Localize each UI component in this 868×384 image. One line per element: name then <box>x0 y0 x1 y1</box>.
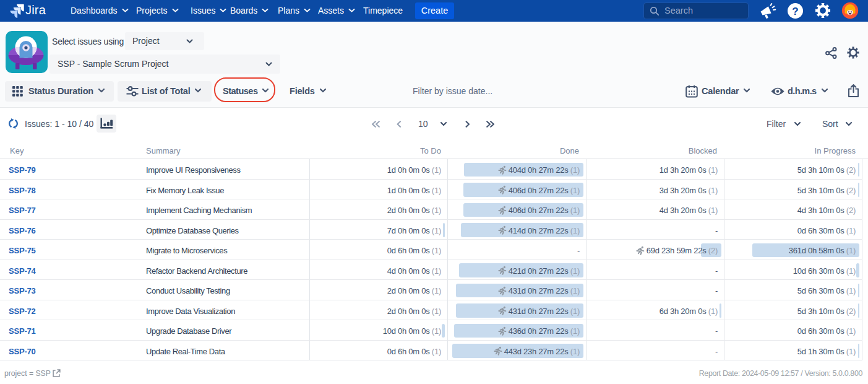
svg-text:?: ? <box>792 6 798 17</box>
